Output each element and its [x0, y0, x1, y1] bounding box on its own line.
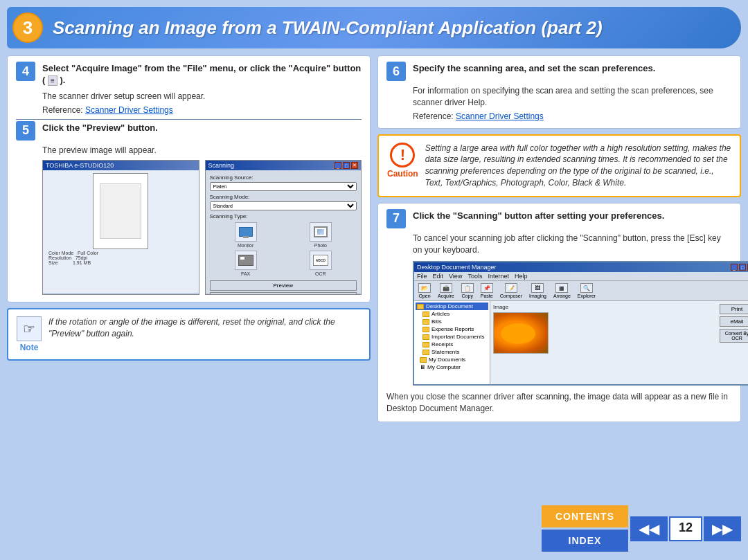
sidebar-important[interactable]: Important Documents	[416, 333, 488, 341]
preview-image	[100, 183, 141, 239]
step4-header: 4 Select "Acquire Image" from the "File"…	[16, 63, 362, 87]
sidebar-expense[interactable]: Expense Reports	[416, 325, 488, 333]
step6-title: Specify the scanning area, and set the s…	[413, 63, 655, 75]
mode-select[interactable]: Standard	[210, 201, 357, 210]
scanner-titlebar: TOSHIBA e-STUDIO120	[43, 161, 199, 170]
toolbar-imaging[interactable]: 🖼 Imaging	[528, 282, 548, 299]
caution-exclamation-icon: !	[390, 143, 415, 168]
step6-ref-link[interactable]: Scanner Driver Settings	[456, 111, 544, 121]
ddm-win-controls: _ □ ✕	[731, 264, 748, 271]
step5-body: The preview image will appear.	[42, 145, 362, 156]
step4-title: Select "Acquire Image" from the "File" m…	[42, 63, 362, 87]
step4-reference: Reference: Scanner Driver Settings	[42, 105, 362, 115]
ddm-image-area: Image	[493, 304, 715, 381]
contents-index-group: CONTENTS INDEX	[542, 505, 628, 552]
ddm-main-area: Image Print eMail Convert By OCR	[490, 301, 748, 384]
minimize-btn[interactable]: _	[335, 162, 341, 169]
toolbar-composer[interactable]: 📝 Composer	[499, 282, 524, 299]
index-button[interactable]: INDEX	[542, 530, 628, 552]
scanner-body: Color Mode Full Color Resolution 75dpi S…	[43, 170, 199, 293]
folder-icon	[417, 304, 424, 309]
sidebar-my-documents[interactable]: My Documents	[416, 356, 488, 363]
folder-icon	[420, 357, 427, 363]
bottom-nav: CONTENTS INDEX ◀◀ 12 ▶▶	[7, 503, 741, 553]
sidebar-my-computer[interactable]: 🖥 My Computer	[416, 363, 488, 371]
menu-tools[interactable]: Tools	[467, 273, 482, 280]
step6-reference: Reference: Scanner Driver Settings	[413, 111, 732, 121]
paste-icon: 📌	[481, 283, 493, 293]
sidebar-receipts[interactable]: Receipts	[416, 341, 488, 348]
next-arrow-button[interactable]: ▶▶	[704, 516, 741, 541]
prev-arrow-button[interactable]: ◀◀	[630, 516, 668, 541]
menu-edit[interactable]: Edit	[433, 273, 444, 280]
sidebar-desktop-document[interactable]: Desktop Document	[416, 302, 488, 310]
toolbar-acquire[interactable]: 📠 Acquire	[436, 282, 456, 299]
email-button[interactable]: eMail	[720, 316, 748, 327]
scan-dialog-window: Scanning _ □ ✕ Scanning Source: Platen	[205, 160, 362, 295]
scan-info: Color Mode Full Color Resolution 75dpi S…	[46, 249, 196, 267]
scan-dialog-body: Scanning Source: Platen Scanning Mode: S…	[206, 170, 362, 293]
fish-image	[494, 313, 548, 353]
menu-internet[interactable]: Internet	[488, 273, 509, 280]
ddm-minimize-btn[interactable]: _	[731, 264, 738, 271]
step5-header: 5 Click the "Preview" button.	[16, 123, 362, 141]
scanning-source-label: Scanning Source:	[210, 174, 357, 181]
toolbar-copy[interactable]: 📋 Copy	[460, 282, 475, 299]
fax-icon-item: FAX	[210, 251, 282, 276]
print-button[interactable]: Print	[720, 304, 748, 314]
page-number: 12	[669, 516, 702, 541]
chapter-number: 3	[12, 12, 43, 43]
ddm-titlebar: Desktop Document Manager _ □ ✕	[414, 262, 748, 272]
sidebar-articles[interactable]: Articles	[416, 310, 488, 318]
close-btn[interactable]: ✕	[351, 162, 358, 169]
preview-button[interactable]: Preview	[210, 280, 357, 291]
nav-arrows: ◀◀ 12 ▶▶	[630, 516, 741, 541]
page-header: 3 Scanning an Image from a TWAIN-Complia…	[7, 7, 741, 48]
acquire-icon: 📠	[440, 283, 452, 293]
sidebar-bills[interactable]: Bills	[416, 318, 488, 325]
menu-help[interactable]: Help	[515, 273, 528, 280]
step7-title: Click the "Scanning" button after settin…	[413, 210, 664, 222]
scanning-button[interactable]: Scanning	[210, 292, 357, 295]
folder-icon	[422, 342, 429, 347]
scanner-preview-area	[93, 173, 148, 249]
scanning-mode-label: Scanning Mode:	[210, 194, 357, 200]
step7-header: 7 Click the "Scanning" button after sett…	[386, 210, 732, 228]
ddm-image-preview	[493, 312, 549, 354]
convert-ocr-button[interactable]: Convert By OCR	[720, 329, 748, 343]
nav-row: CONTENTS INDEX ◀◀ 12 ▶▶	[542, 505, 741, 552]
note-box: ☞ Note If the rotation or angle of the i…	[7, 308, 371, 361]
sidebar-statements[interactable]: Statements	[416, 348, 488, 356]
step6-box: 6 Specify the scanning area, and set the…	[377, 55, 741, 129]
ddm-sidebar: Desktop Document Articles Bills	[414, 301, 490, 384]
toolbar-explorer[interactable]: 🔍 Explorer	[576, 282, 597, 299]
step4-ref-link[interactable]: Scanner Driver Settings	[85, 105, 173, 115]
open-icon: 📂	[418, 283, 431, 293]
caution-icon-area: ! Caution	[387, 143, 418, 179]
ddm-menubar: File Edit View Tools Internet Help	[414, 272, 748, 281]
toolbar-open[interactable]: 📂 Open	[417, 282, 432, 299]
menu-file[interactable]: File	[417, 273, 427, 280]
ddm-maximize-btn[interactable]: □	[739, 264, 746, 271]
step7-number: 7	[386, 209, 406, 228]
photo-icon-item: Photo	[285, 222, 357, 248]
folder-icon	[422, 319, 429, 325]
contents-button[interactable]: CONTENTS	[542, 505, 628, 527]
note-label: Note	[20, 343, 39, 352]
step6-header: 6 Specify the scanning area, and set the…	[386, 63, 732, 81]
main-content: 4 Select "Acquire Image" from the "File"…	[7, 55, 741, 503]
maximize-btn[interactable]: □	[343, 162, 350, 169]
toolbar-arrange[interactable]: ▦ Arrange	[552, 282, 572, 299]
caution-box: ! Caution Setting a large area with full…	[377, 134, 741, 197]
copy-icon: 📋	[461, 283, 474, 293]
left-column: 4 Select "Acquire Image" from the "File"…	[7, 55, 371, 503]
folder-icon	[422, 327, 429, 332]
step4-number: 4	[16, 62, 35, 81]
scan-dialog-titlebar: Scanning _ □ ✕	[206, 161, 362, 170]
ddm-window: Desktop Document Manager _ □ ✕ File Edit…	[413, 261, 748, 386]
ocr-icon-item: ABCD OCR	[285, 251, 357, 276]
toolbar-paste[interactable]: 📌 Paste	[479, 282, 495, 299]
source-select[interactable]: Platen	[210, 182, 357, 191]
menu-view[interactable]: View	[449, 273, 462, 280]
ddm-body: Desktop Document Articles Bills	[414, 301, 748, 384]
